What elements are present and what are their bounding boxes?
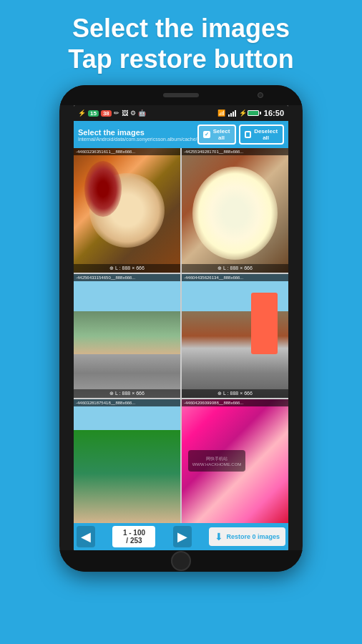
image-cell-4[interactable]: -44604435626134__888x666... ⊕ L : 888 × …	[182, 274, 288, 398]
app-toolbar: Select the images Internal/Android/data/…	[74, 121, 288, 148]
signal-bar-2	[230, 113, 232, 117]
cell-filename-1: -44603236351611__888x666...	[74, 148, 180, 155]
signal-bar-3	[233, 112, 234, 117]
partial-image-1	[74, 399, 180, 523]
status-bar-left: ⚡ 15 38 ✏ 🖼 ⚙ 🤖	[78, 109, 146, 117]
image-cell-6[interactable]: 网快手机站 WWW.HACKHOME.COM -44604206099088__…	[182, 399, 288, 523]
bottom-nav: ◀ 1 - 100/ 253 ▶ ⬇ Restore 0 images	[74, 523, 288, 550]
phone-screen: ⚡ 15 38 ✏ 🖼 ⚙ 🤖 📶	[74, 105, 288, 550]
page-indicator-text: 1 - 100/ 253	[123, 529, 145, 545]
cell-filename-3: -44256433154650__888x666...	[74, 274, 180, 281]
badge-15: 15	[88, 110, 99, 117]
usb-icon: ⚡	[78, 109, 86, 117]
restore-button[interactable]: ⬇ Restore 0 images	[209, 527, 285, 546]
check-icon: ✓	[203, 131, 210, 138]
status-bar: ⚡ 15 38 ✏ 🖼 ⚙ 🤖 📶	[74, 105, 288, 121]
cell-filename-6: -44604206099088__888x666...	[182, 399, 288, 406]
image-icon: 🖼	[122, 109, 128, 117]
image-grid: -44603236351611__888x666... ⊕ L : 888 × …	[74, 148, 288, 523]
signal-bars	[228, 110, 236, 117]
image-cell-1[interactable]: -44603236351611__888x666... ⊕ L : 888 × …	[74, 148, 180, 272]
cell-filename-4: -44604435626134__888x666...	[182, 274, 288, 281]
battery-tip	[260, 112, 261, 114]
status-time: 16:50	[264, 109, 284, 117]
food-image	[74, 148, 180, 272]
watermark: 网快手机站 WWW.HACKHOME.COM	[188, 450, 245, 472]
page-indicator: 1 - 100/ 253	[112, 526, 155, 547]
select-all-button[interactable]: ✓ Select all	[197, 125, 237, 145]
image-cell-3[interactable]: -44256433154650__888x666... ⊕ L : 888 × …	[74, 274, 180, 398]
toolbar-info: Select the images Internal/Android/data/…	[78, 128, 197, 142]
restore-icon: ⬇	[215, 531, 223, 542]
android-icon: 🤖	[138, 109, 146, 117]
toolbar-subtitle: Internal/Android/data/com.sonyericsson.a…	[78, 137, 197, 142]
cake-image	[182, 148, 288, 272]
select-all-label: Select all	[212, 128, 231, 141]
cell-dimensions-3: ⊕ L : 888 × 666	[74, 389, 180, 398]
toolbar-title: Select the images	[78, 128, 197, 137]
phone-bottom-bezel	[59, 550, 303, 572]
instruction-text: Select the images Tap restore button	[54, 0, 308, 82]
partial-image-2: 网快手机站 WWW.HACKHOME.COM	[182, 399, 288, 523]
app-wrapper: Select the images Tap restore button ⚡ 1…	[0, 0, 362, 644]
uncheck-icon	[245, 131, 251, 138]
signal-bar-1	[228, 114, 230, 117]
home-button[interactable]	[171, 551, 191, 571]
street-image	[182, 274, 288, 398]
restore-label: Restore 0 images	[226, 533, 280, 540]
status-bar-right: 📶 ⚡ 16:50	[217, 109, 284, 117]
battery-body	[248, 110, 259, 116]
image-cell-5[interactable]: -44603281875418__888x666...	[74, 399, 180, 523]
phone-shell: ⚡ 15 38 ✏ 🖼 ⚙ 🤖 📶	[59, 85, 303, 572]
watermark-text: 网快手机站 WWW.HACKHOME.COM	[188, 456, 245, 467]
phone-top-bezel	[59, 85, 303, 105]
next-button[interactable]: ▶	[173, 526, 192, 547]
charging-icon: ⚡	[239, 109, 247, 117]
cell-filename-5: -44603281875418__888x666...	[74, 399, 180, 406]
deselect-all-label: Deselect all	[253, 128, 278, 141]
cell-dimensions-4: ⊕ L : 888 × 666	[182, 389, 288, 398]
signal-bar-4	[235, 110, 236, 117]
phone-speaker	[163, 93, 199, 97]
wifi-icon: 📶	[217, 109, 225, 117]
cell-filename-2: -44255349281701__888x666...	[182, 148, 288, 155]
toolbar-buttons: ✓ Select all Deselect all	[197, 125, 284, 145]
settings-icon: ⚙	[130, 109, 136, 117]
cell-dimensions-1: ⊕ L : 888 × 666	[74, 264, 180, 273]
cell-dimensions-2: ⊕ L : 888 × 666	[182, 264, 288, 273]
badge-38: 38	[101, 110, 112, 117]
deselect-all-button[interactable]: Deselect all	[239, 125, 284, 145]
river-image	[74, 274, 180, 398]
battery-indicator: ⚡	[239, 109, 261, 117]
prev-button[interactable]: ◀	[77, 526, 95, 547]
phone-camera	[258, 92, 263, 98]
battery-fill	[248, 111, 258, 115]
image-cell-2[interactable]: -44255349281701__888x666... ⊕ L : 888 × …	[182, 148, 288, 272]
edit-icon: ✏	[114, 109, 119, 117]
